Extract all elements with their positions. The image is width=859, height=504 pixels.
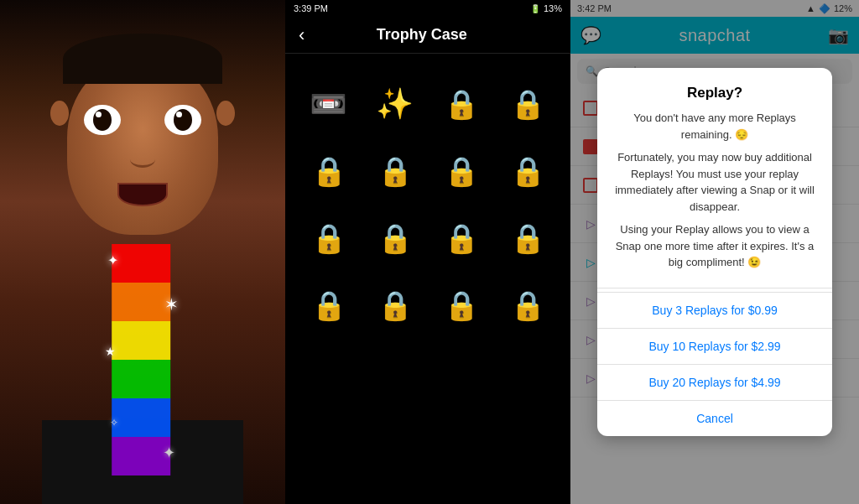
lock-icon-2: 🔒 — [444, 87, 479, 121]
rainbow-purple — [112, 437, 170, 475]
trophy-cell-14: 🔒 — [431, 275, 491, 335]
lock-icon-14: 🔒 — [444, 288, 479, 322]
trophy-cell-5: 🔒 — [365, 141, 424, 201]
back-button[interactable]: ‹ — [299, 24, 305, 46]
left-eye — [84, 105, 121, 135]
trophy-header: ‹ Trophy Case — [285, 17, 570, 54]
trophy-cell-13: 🔒 — [365, 275, 424, 335]
left-pupil — [93, 109, 112, 131]
tape-icon: 📼 — [310, 86, 347, 122]
lock-icon-11: 🔒 — [510, 221, 545, 255]
trophy-cell-8: 🔒 — [299, 208, 358, 268]
left-highlight — [96, 112, 102, 117]
trophy-cell-11: 🔒 — [497, 208, 557, 268]
trophy-cell-12: 🔒 — [299, 275, 358, 335]
trophy-cell-15: 🔒 — [497, 275, 557, 335]
lock-icon-13: 🔒 — [377, 288, 413, 322]
sparkle-4: ✦ — [163, 444, 175, 462]
right-pupil — [174, 109, 192, 131]
rainbow-orange — [112, 283, 170, 321]
replay-dialog: Replay? You don't have any more Replays … — [597, 68, 832, 436]
rainbow-yellow — [112, 321, 170, 360]
trophy-cell-4: 🔒 — [299, 141, 358, 201]
lock-icon-8: 🔒 — [311, 221, 346, 255]
trophy-cell-1: ✨ — [365, 74, 424, 134]
lock-icon-12: 🔒 — [311, 288, 346, 322]
selfie-panel: ✦ ✶ ★ ✦ ✧ — [0, 0, 285, 504]
rainbow-green — [112, 360, 170, 398]
sparkle-5: ✧ — [110, 417, 118, 429]
lock-icon-6: 🔒 — [444, 154, 479, 188]
dialog-body2: Fortunately, you may now buy additional … — [612, 149, 817, 215]
lock-icon-7: 🔒 — [510, 154, 545, 188]
lock-icon-5: 🔒 — [377, 154, 413, 188]
dialog-body1: You don't have any more Replays remainin… — [612, 110, 817, 143]
trophy-cell-10: 🔒 — [431, 208, 491, 268]
snapchat-panel: 3:42 PM ▲ 🔷 12% 💬 snapchat 📷 🔍 Search — [570, 0, 859, 504]
face — [55, 34, 231, 252]
trophy-grid: 📼 ✨ 🔒 🔒 🔒 🔒 🔒 🔒 🔒 🔒 🔒 🔒 🔒 🔒 🔒 🔒 — [285, 60, 570, 349]
hair-top — [63, 34, 222, 84]
trophy-battery: 13% — [544, 3, 562, 13]
sparkle-2: ✶ — [164, 294, 179, 314]
cancel-button[interactable]: Cancel — [597, 400, 832, 436]
trophy-statusbar: 3:39 PM 🔋 13% — [285, 0, 570, 17]
lock-icon-3: 🔒 — [510, 87, 545, 121]
trophy-panel: 3:39 PM 🔋 13% ‹ Trophy Case 📼 ✨ 🔒 🔒 🔒 🔒 … — [285, 0, 570, 504]
trophy-cell-7: 🔒 — [497, 141, 557, 201]
sparkle-icon: ✨ — [376, 86, 414, 122]
trophy-title: Trophy Case — [315, 26, 528, 44]
lock-icon-4: 🔒 — [311, 154, 346, 188]
rainbow: ✦ ✶ ★ ✦ ✧ — [103, 244, 179, 479]
sparkle-1: ✦ — [107, 252, 118, 268]
right-highlight — [176, 112, 182, 117]
dialog-divider — [597, 288, 832, 288]
trophy-cell-2: 🔒 — [431, 74, 491, 134]
dialog-overlay: Replay? You don't have any more Replays … — [570, 0, 859, 504]
right-ear — [216, 101, 235, 126]
buy-20-replays-button[interactable]: Buy 20 Replays for $4.99 — [597, 364, 832, 400]
buy-3-replays-button[interactable]: Buy 3 Replays for $0.99 — [597, 292, 832, 328]
rainbow-red — [112, 244, 170, 283]
trophy-cell-9: 🔒 — [365, 208, 424, 268]
sparkle-3: ★ — [105, 345, 116, 358]
bluetooth-icon: 🔋 — [530, 4, 540, 13]
dialog-title: Replay? — [612, 85, 817, 101]
lock-icon-9: 🔒 — [377, 221, 413, 255]
trophy-battery-area: 🔋 13% — [530, 3, 562, 13]
dialog-content: Replay? You don't have any more Replays … — [597, 68, 832, 284]
trophy-time: 3:39 PM — [294, 3, 328, 13]
lock-icon-15: 🔒 — [510, 288, 545, 322]
trophy-cell-0: 📼 — [299, 74, 358, 134]
right-eye — [164, 105, 201, 135]
mouth — [117, 183, 168, 206]
nose — [130, 151, 155, 168]
face-skin — [67, 59, 218, 235]
trophy-cell-6: 🔒 — [431, 141, 491, 201]
left-ear — [50, 101, 69, 126]
rainbow-blue — [112, 398, 170, 437]
dialog-body3: Using your Replay allows you to view a S… — [612, 221, 817, 271]
lock-icon-10: 🔒 — [444, 221, 479, 255]
trophy-cell-3: 🔒 — [497, 74, 557, 134]
buy-10-replays-button[interactable]: Buy 10 Replays for $2.99 — [597, 328, 832, 364]
